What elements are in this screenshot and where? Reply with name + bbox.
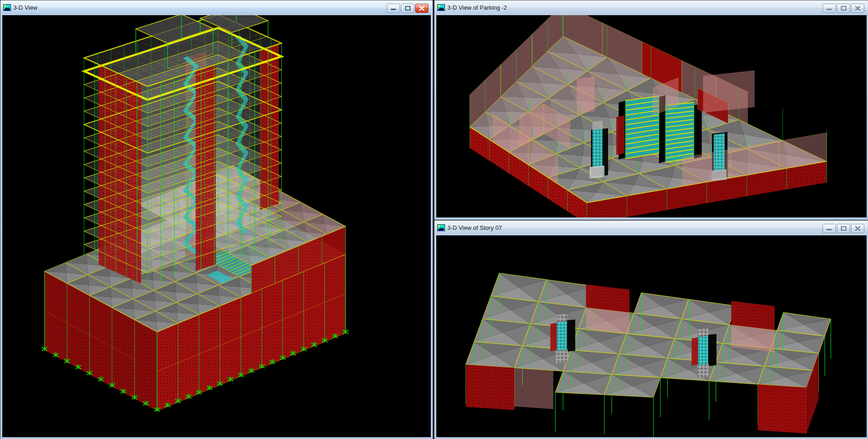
close-icon [855, 226, 860, 231]
maximize-button[interactable] [401, 4, 414, 13]
maximize-button[interactable] [837, 4, 850, 13]
minimize-icon [827, 227, 832, 231]
close-button[interactable] [415, 4, 428, 13]
model-canvas-parking [436, 15, 867, 217]
close-icon [855, 6, 860, 11]
window-title: 3-D View [13, 4, 38, 11]
maximize-icon [841, 226, 846, 231]
3d-model-view-icon [437, 4, 445, 11]
titlebar[interactable]: 3-D View of Story 07 [435, 221, 868, 235]
viewport-3d-view[interactable] [2, 15, 431, 437]
window-title: 3-D View of Parking -2 [447, 4, 507, 11]
maximize-button[interactable] [837, 224, 850, 233]
window-title: 3-D View of Story 07 [447, 224, 502, 232]
maximize-icon [841, 6, 846, 11]
window-parking: 3-D View of Parking -2 [434, 0, 868, 220]
close-icon [419, 6, 424, 11]
minimize-button[interactable] [823, 224, 836, 233]
close-button[interactable] [851, 4, 864, 13]
maximize-icon [405, 6, 411, 11]
viewport-story07[interactable] [436, 235, 867, 437]
model-canvas-story07 [436, 235, 867, 437]
minimize-icon [827, 6, 832, 11]
3d-model-view-icon [3, 4, 11, 11]
model-canvas-full-building [2, 15, 431, 437]
titlebar[interactable]: 3-D View of Parking -2 [435, 1, 868, 15]
minimize-button[interactable] [823, 4, 836, 13]
titlebar[interactable]: 3-D View [1, 1, 432, 15]
3d-model-view-icon [437, 224, 445, 232]
window-story07: 3-D View of Story 07 [434, 220, 868, 439]
viewport-parking[interactable] [436, 15, 867, 217]
minimize-button[interactable] [387, 4, 400, 13]
minimize-icon [391, 6, 396, 11]
close-button[interactable] [851, 224, 864, 233]
window-3d-view: 3-D View [0, 0, 433, 439]
